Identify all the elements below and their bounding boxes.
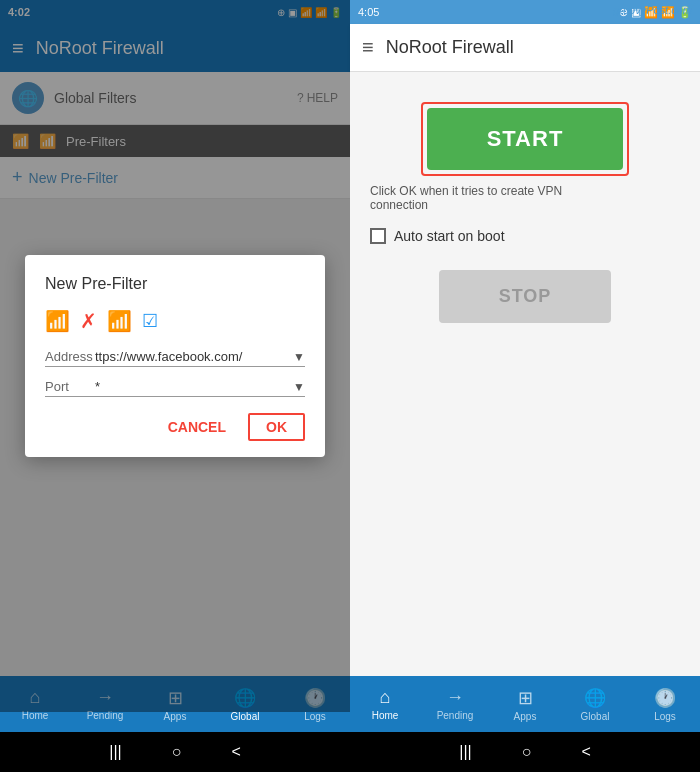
stop-button: STOP (439, 270, 612, 323)
right-recent-apps-button[interactable]: ||| (459, 743, 471, 761)
start-button-container: START (421, 102, 630, 176)
port-dropdown-icon[interactable]: ▼ (293, 380, 305, 394)
new-prefilter-dialog: New Pre-Filter 📶 ✗ 📶 ☑ Address ▼ Port (25, 255, 325, 457)
autostart-label: Auto start on boot (394, 228, 505, 244)
autostart-checkbox[interactable] (370, 228, 386, 244)
dialog-buttons: CANCEL OK (45, 413, 305, 441)
right-global-icon: 🌐 (584, 687, 606, 709)
dialog-wifi-icon: 📶 (45, 309, 70, 333)
right-pending-label: Pending (437, 710, 474, 721)
address-input[interactable] (95, 349, 293, 364)
right-top-bar: ≡ NoRoot Firewall (350, 24, 700, 72)
ok-button[interactable]: OK (248, 413, 305, 441)
global-label: Global (231, 711, 260, 722)
right-apps-label: Apps (514, 711, 537, 722)
port-row: Port ▼ (45, 379, 305, 397)
start-button[interactable]: START (427, 108, 624, 170)
right-pending-icon: → (446, 687, 464, 708)
apps-label: Apps (164, 711, 187, 722)
left-system-nav: ||| ○ < (0, 732, 350, 772)
right-panel: groovyPost.com 4:05 ⊕ ▣ 📶 📶 🔋 ≡ NoRoot F… (350, 0, 700, 772)
right-apps-icon: ⊞ (518, 687, 533, 709)
right-menu-icon[interactable]: ≡ (362, 36, 374, 59)
dialog-signal-icon: 📶 (107, 309, 132, 333)
logs-label: Logs (304, 711, 326, 722)
dialog-port-field: Port ▼ (45, 379, 305, 397)
dialog-title: New Pre-Filter (45, 275, 305, 293)
dialog-overlay: New Pre-Filter 📶 ✗ 📶 ☑ Address ▼ Port (0, 0, 350, 712)
port-label: Port (45, 379, 95, 394)
left-panel: 4:02 ⊕ ▣ 📶 📶 🔋 ≡ NoRoot Firewall 🌐 Globa… (0, 0, 350, 772)
dialog-check-icon: ☑ (142, 310, 158, 332)
address-dropdown-icon[interactable]: ▼ (293, 350, 305, 364)
address-row: Address ▼ (45, 349, 305, 367)
vpn-hint-text: Click OK when it tries to create VPNconn… (370, 184, 562, 212)
right-logs-icon: 🕐 (654, 687, 676, 709)
right-bottom-nav: ⌂ Home → Pending ⊞ Apps 🌐 Global 🕐 Logs (350, 676, 700, 732)
watermark: groovyPost.com (613, 4, 692, 16)
right-logs-label: Logs (654, 711, 676, 722)
right-nav-logs[interactable]: 🕐 Logs (630, 687, 700, 722)
right-back-button[interactable]: < (581, 743, 590, 761)
right-nav-global[interactable]: 🌐 Global (560, 687, 630, 722)
autostart-row: Auto start on boot (370, 228, 505, 244)
right-home-icon: ⌂ (380, 687, 391, 708)
right-home-button[interactable]: ○ (522, 743, 532, 761)
right-time: 4:05 (358, 6, 379, 18)
right-nav-pending[interactable]: → Pending (420, 687, 490, 721)
right-system-nav: ||| ○ < (350, 732, 700, 772)
cancel-button[interactable]: CANCEL (158, 413, 236, 441)
right-home-label: Home (372, 710, 399, 721)
right-nav-apps[interactable]: ⊞ Apps (490, 687, 560, 722)
right-nav-home[interactable]: ⌂ Home (350, 687, 420, 721)
dialog-icon-row: 📶 ✗ 📶 ☑ (45, 309, 305, 333)
address-label: Address (45, 349, 95, 364)
back-button[interactable]: < (231, 743, 240, 761)
right-global-label: Global (581, 711, 610, 722)
recent-apps-button[interactable]: ||| (109, 743, 121, 761)
dialog-x-icon: ✗ (80, 309, 97, 333)
dialog-address-field: Address ▼ (45, 349, 305, 367)
home-button[interactable]: ○ (172, 743, 182, 761)
right-app-title: NoRoot Firewall (386, 37, 514, 58)
port-input[interactable] (95, 379, 293, 394)
right-main-content: START Click OK when it tries to create V… (350, 72, 700, 676)
